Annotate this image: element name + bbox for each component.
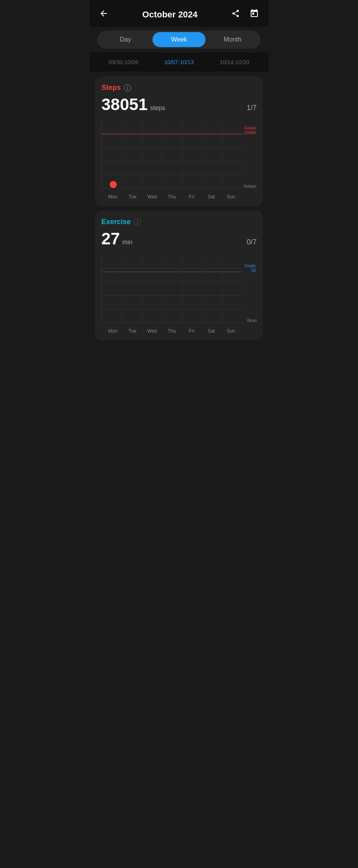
steps-value: 38051 steps <box>101 95 165 114</box>
exercise-number: 27 <box>101 229 120 248</box>
ex-x-label-wed: Wed <box>142 328 162 334</box>
ex-x-label-fri: Fri <box>182 328 202 334</box>
header: October 2024 <box>90 0 268 27</box>
x-label-sat: Sat <box>202 194 221 200</box>
bar-mon <box>103 181 123 188</box>
x-label-wed: Wed <box>142 194 162 200</box>
tab-week[interactable]: Week <box>152 32 205 47</box>
ex-x-label-tue: Tue <box>123 328 143 334</box>
ex-x-label-sun: Sun <box>221 328 241 334</box>
tab-day[interactable]: Day <box>99 32 152 47</box>
week-next[interactable]: 10/14-10/20 <box>207 57 262 68</box>
exercise-title: Exercise i <box>101 218 257 226</box>
steps-bars <box>102 120 242 188</box>
steps-fraction: 1/7 <box>247 104 257 112</box>
steps-chart: Goals10000 <box>101 120 257 200</box>
x-label-sun: Sun <box>221 194 241 200</box>
page-title: October 2024 <box>142 10 197 20</box>
x-label-thu: Thu <box>162 194 182 200</box>
steps-value-row: 38051 steps 1/7 <box>101 95 257 114</box>
exercise-x-labels: Mon Tue Wed Thu Fri Sat Sun <box>101 328 242 334</box>
week-prev[interactable]: 09/30-10/06 <box>96 57 151 68</box>
exercise-fraction: 0/7 <box>247 238 257 246</box>
steps-unit: steps <box>150 105 165 112</box>
calendar-button[interactable] <box>248 7 261 22</box>
exercise-unit: min <box>122 239 133 246</box>
steps-card: Steps i 38051 steps 1/7 <box>95 76 263 206</box>
exercise-chart: Goals30 0min Mon Tue Wed Thu <box>101 255 257 334</box>
tab-month[interactable]: Month <box>206 32 259 47</box>
share-button[interactable] <box>230 8 242 21</box>
exercise-bars <box>102 255 242 322</box>
week-selector: 09/30-10/06 10/07-10/13 10/14-10/20 <box>90 53 268 72</box>
steps-y-label: 0steps <box>244 184 257 188</box>
exercise-y-label: 0min <box>247 318 257 323</box>
steps-info-icon[interactable]: i <box>124 84 131 91</box>
steps-goal-label: Goals10000 <box>244 126 256 135</box>
steps-number: 38051 <box>101 95 148 114</box>
back-button[interactable] <box>97 7 110 22</box>
exercise-value: 27 min <box>101 229 133 248</box>
steps-chart-area: Goals10000 <box>101 120 242 188</box>
x-label-fri: Fri <box>182 194 202 200</box>
mon-dot <box>110 181 117 188</box>
ex-x-label-mon: Mon <box>103 328 123 334</box>
exercise-goal-label: Goals30 <box>244 263 256 273</box>
week-current[interactable]: 10/07-10/13 <box>151 57 207 68</box>
steps-title: Steps i <box>101 84 257 92</box>
exercise-chart-area: Goals30 <box>101 255 242 323</box>
x-label-mon: Mon <box>103 194 123 200</box>
exercise-card: Exercise i 27 min 0/7 <box>95 211 263 340</box>
header-icons <box>230 7 261 22</box>
ex-x-label-sat: Sat <box>202 328 221 334</box>
exercise-value-row: 27 min 0/7 <box>101 229 257 248</box>
ex-x-label-thu: Thu <box>162 328 182 334</box>
x-label-tue: Tue <box>123 194 143 200</box>
exercise-info-icon[interactable]: i <box>134 219 141 226</box>
tab-bar: Day Week Month <box>97 30 261 49</box>
steps-x-labels: Mon Tue Wed Thu Fri Sat Sun <box>101 194 242 200</box>
